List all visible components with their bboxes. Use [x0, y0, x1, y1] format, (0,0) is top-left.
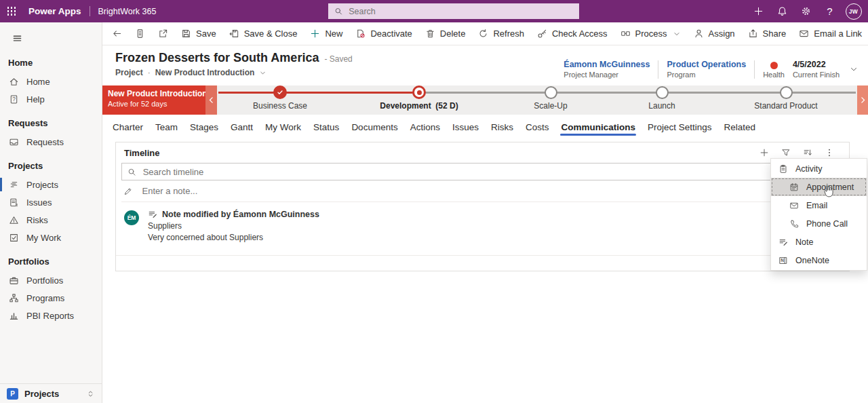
settings-button[interactable]	[795, 1, 816, 22]
sidebar-item-label: Portfolios	[26, 275, 63, 286]
share-button[interactable]: Share	[742, 25, 793, 43]
sidebar-section-projects: Projects	[0, 151, 102, 176]
tab-documents[interactable]: Documents	[351, 117, 398, 136]
pencil-icon	[123, 187, 133, 196]
sidebar-item-portfolios[interactable]: Portfolios	[0, 271, 102, 289]
sidebar-collapse-button[interactable]	[9, 30, 25, 46]
sidebar-item-my-work[interactable]: My Work	[0, 229, 102, 246]
menu-item-onenote[interactable]: OneNote	[771, 251, 867, 269]
back-button[interactable]	[106, 25, 128, 43]
process-button[interactable]: Process	[614, 25, 687, 43]
program-link[interactable]: Product Operations	[667, 60, 746, 69]
sidebar-item-projects[interactable]: Projects	[0, 176, 102, 193]
save-close-button[interactable]: Save & Close	[223, 25, 304, 43]
global-search[interactable]	[328, 3, 579, 19]
tab-costs[interactable]: Costs	[525, 117, 550, 136]
sidebar-section-home: Home	[0, 47, 102, 73]
stage-label: Development	[380, 101, 431, 111]
tab-communications[interactable]: Communications	[560, 117, 636, 136]
timeline-entry[interactable]: ÉM Note modified by Éamonn McGuinness Su…	[116, 202, 849, 242]
menu-item-activity[interactable]: Activity	[771, 159, 867, 178]
tab-content: Timeline ÉM	[102, 138, 868, 403]
email-link-button[interactable]: Email a Link	[793, 25, 868, 43]
tab-gantt[interactable]: Gantt	[230, 117, 254, 136]
refresh-button[interactable]: Refresh	[472, 25, 530, 43]
environment-name[interactable]: BrightWork 365	[98, 7, 157, 16]
account-button[interactable]: JW	[843, 1, 864, 22]
tab-charter[interactable]: Charter	[112, 117, 144, 136]
entry-body: Very concerned about Suppliers	[148, 233, 319, 242]
add-button[interactable]	[748, 1, 769, 22]
plus-icon	[760, 148, 769, 157]
timeline-search[interactable]	[121, 163, 844, 180]
field-project-manager: Éamonn McGuinness Project Manager	[564, 60, 650, 79]
tab-team[interactable]: Team	[155, 117, 178, 136]
tab-issues[interactable]: Issues	[452, 117, 479, 136]
note-input[interactable]	[141, 185, 842, 197]
tab-my-work[interactable]: My Work	[264, 117, 302, 136]
menu-item-email[interactable]: Email	[771, 196, 867, 214]
menu-item-note[interactable]: Note	[771, 233, 867, 251]
header-expand-chevron-icon[interactable]	[849, 64, 859, 74]
check-access-label: Check Access	[552, 28, 608, 39]
notifications-button[interactable]	[772, 1, 793, 22]
project-manager-link[interactable]: Éamonn McGuinness	[564, 60, 650, 69]
new-button[interactable]: New	[304, 25, 349, 43]
sidebar-item-label: Requests	[26, 137, 64, 147]
tab-status[interactable]: Status	[313, 117, 340, 136]
sidebar-item-risks[interactable]: Risks	[0, 211, 102, 229]
avatar: JW	[846, 3, 862, 20]
global-search-input[interactable]	[347, 6, 573, 17]
sidebar-item-programs[interactable]: Programs	[0, 289, 102, 307]
stage-development[interactable]: Development (52 D)	[358, 85, 480, 111]
timeline-search-input[interactable]	[142, 166, 837, 178]
stage-standard-product[interactable]: Standard Product	[725, 85, 847, 111]
note-entry-field[interactable]	[121, 180, 844, 202]
save-button[interactable]: Save	[175, 25, 222, 43]
bpf-banner[interactable]: New Product Introduction Active for 52 d…	[102, 85, 212, 115]
stage-launch[interactable]: Launch	[601, 85, 723, 111]
sidebar-item-pbi-reports[interactable]: PBI Reports	[0, 307, 102, 324]
sidebar-item-label: Projects	[26, 180, 58, 190]
tab-stages[interactable]: Stages	[189, 117, 219, 136]
stage-scale-up[interactable]: Scale-Up	[490, 85, 612, 111]
checkbox-icon	[9, 233, 19, 243]
bpf-name-link[interactable]: New Product Introduction	[155, 68, 255, 77]
form-selector-button[interactable]	[129, 25, 151, 43]
sidebar-item-label: Home	[26, 77, 50, 87]
help-doc-icon	[9, 94, 19, 104]
area-switcher[interactable]: P Projects	[0, 383, 102, 403]
bpf-scroll-right-button[interactable]	[857, 85, 868, 115]
calendar-icon	[789, 183, 799, 192]
stage-business-case[interactable]: Business Case	[219, 85, 341, 111]
timeline-empty-row	[116, 255, 849, 271]
inbox-icon	[9, 137, 19, 147]
app-name[interactable]: Power Apps	[28, 6, 81, 16]
divider	[658, 60, 658, 79]
menu-item-appointment[interactable]: Appointment	[771, 178, 867, 196]
refresh-icon	[478, 28, 488, 39]
sidebar-item-home[interactable]: Home	[0, 73, 102, 90]
menu-item-label: Email	[806, 201, 827, 210]
popout-button[interactable]	[152, 25, 174, 43]
bpf-scroll-left-button[interactable]	[205, 85, 217, 115]
stage-label: Business Case	[219, 101, 341, 111]
tab-actions[interactable]: Actions	[410, 117, 441, 136]
sidebar-item-issues[interactable]: Issues	[0, 193, 102, 211]
question-icon: ?	[827, 5, 832, 17]
help-button[interactable]: ?	[819, 1, 840, 22]
process-label: Process	[635, 28, 667, 39]
delete-button[interactable]: Delete	[419, 25, 472, 43]
sidebar-item-requests[interactable]: Requests	[0, 133, 102, 151]
check-access-button[interactable]: Check Access	[531, 25, 614, 43]
chevron-down-icon[interactable]	[259, 69, 267, 77]
menu-item-phone-call[interactable]: Phone Call	[771, 214, 867, 233]
assign-button[interactable]: Assign	[688, 25, 741, 43]
deactivate-button[interactable]: Deactivate	[349, 25, 418, 43]
sidebar-item-help[interactable]: Help	[0, 90, 102, 108]
sidebar-section-portfolios: Portfolios	[0, 246, 102, 271]
tab-project-settings[interactable]: Project Settings	[647, 117, 713, 136]
tab-risks[interactable]: Risks	[490, 117, 514, 136]
waffle-menu-icon[interactable]	[0, 0, 23, 22]
tab-related[interactable]: Related	[724, 117, 757, 136]
